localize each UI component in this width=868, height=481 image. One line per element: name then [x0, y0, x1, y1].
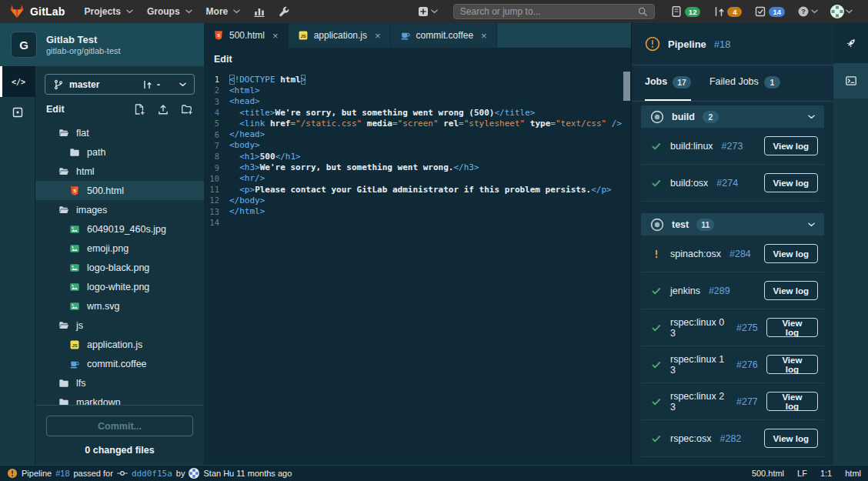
job-id-link[interactable]: #273: [722, 141, 743, 152]
gitlab-logo[interactable]: GitLab: [9, 4, 65, 19]
pipelines-rail-button[interactable]: [833, 23, 868, 63]
coffee-file-icon: [69, 359, 80, 369]
stage-header-build[interactable]: build2: [641, 105, 824, 128]
tab-application-js[interactable]: JSapplication.js×: [289, 23, 391, 48]
code-line-3[interactable]: 3<head>: [204, 96, 631, 107]
code-line-8[interactable]: 8 <h1>500</h1>: [204, 151, 631, 162]
commit-button[interactable]: Commit...: [46, 416, 193, 436]
statusbar-cursor-position[interactable]: 1:1: [820, 469, 832, 478]
code-content: <hr/>: [229, 173, 265, 183]
view-log-button[interactable]: View log: [766, 318, 818, 337]
project-header[interactable]: G Gitlab Test gitlab-org/gitlab-test: [0, 23, 204, 66]
review-mode-button[interactable]: [0, 97, 35, 128]
tab-500-html[interactable]: 5500.html×: [204, 23, 289, 48]
statusbar-file-name[interactable]: 500.html: [752, 469, 784, 478]
code-line-7[interactable]: 7<body>: [204, 140, 631, 151]
tab-failed-jobs[interactable]: Failed Jobs1: [709, 76, 780, 101]
statusbar-line-ending[interactable]: LF: [797, 469, 807, 478]
tab-jobs[interactable]: Jobs17: [645, 76, 691, 101]
new-file-icon[interactable]: [133, 103, 145, 115]
tree-item-application-js[interactable]: JSapplication.js: [35, 335, 204, 354]
tree-item-flat[interactable]: flat: [35, 123, 204, 142]
code-line-6[interactable]: 6</head>: [204, 129, 631, 139]
code-line-11[interactable]: 11 <p>Please contact your GitLab adminis…: [204, 184, 631, 195]
editor-scrollbar[interactable]: [623, 72, 630, 101]
admin-button[interactable]: [272, 0, 296, 23]
job-id-link[interactable]: #274: [716, 178, 738, 189]
tree-item-6049019-460s-jpg[interactable]: 6049019_460s.jpg: [35, 219, 204, 239]
new-folder-icon[interactable]: [181, 103, 193, 115]
nav-menu-projects[interactable]: Projects: [78, 0, 140, 23]
tree-item-markdown[interactable]: markdown: [35, 392, 204, 405]
close-icon[interactable]: ×: [272, 31, 279, 41]
nav-counter-green[interactable]: 12: [664, 0, 707, 23]
job-row-rspec-linux-0-3: rspec:linux 0 3#275View log: [641, 309, 824, 346]
statusbar-commit-sha[interactable]: ddd0f15a: [132, 469, 172, 479]
view-log-button[interactable]: View log: [764, 244, 818, 263]
branch-selector[interactable]: master -: [45, 74, 195, 95]
brand-name: GitLab: [30, 5, 65, 18]
view-log-button[interactable]: View log: [764, 173, 818, 192]
folder-open-icon: [58, 166, 69, 177]
tree-item-logo-black-png[interactable]: logo-black.png: [35, 258, 204, 277]
analytics-button[interactable]: [247, 0, 272, 23]
tree-item-html[interactable]: html: [35, 162, 204, 181]
code-line-2[interactable]: 2<html>: [204, 85, 631, 95]
new-menu-button[interactable]: [411, 0, 444, 23]
code-line-14[interactable]: 14: [204, 217, 631, 228]
pipeline-id-link[interactable]: #18: [714, 38, 731, 50]
job-id-link[interactable]: #277: [736, 396, 758, 407]
tab-commit-coffee[interactable]: commit.coffee×: [391, 23, 497, 48]
tree-item-commit-coffee[interactable]: commit.coffee: [35, 354, 204, 373]
help-menu-button[interactable]: ?: [791, 0, 824, 23]
code-line-12[interactable]: 12</body>: [204, 195, 631, 205]
code-content: </body>: [229, 195, 265, 205]
code-line-5[interactable]: 5 <link href="/static.css" media="screen…: [204, 118, 631, 129]
tree-item-lfs[interactable]: lfs: [35, 373, 204, 392]
line-number: 14: [204, 218, 229, 227]
job-id-link[interactable]: #284: [729, 249, 751, 259]
branch-icon: [53, 79, 64, 90]
search-input[interactable]: Search or jump to...: [453, 4, 655, 19]
code-line-4[interactable]: 4 <title>We're sorry, but something went…: [204, 107, 631, 118]
success-icon: [651, 433, 662, 444]
success-icon: [651, 322, 662, 333]
code-line-1[interactable]: 1<!DOCTYPE html>: [204, 74, 631, 85]
nav-menu-groups[interactable]: Groups: [140, 0, 199, 23]
nav-counter-blue[interactable]: 14: [748, 0, 791, 23]
view-log-button[interactable]: View log: [764, 136, 818, 155]
code-line-10[interactable]: 10 <hr/>: [204, 173, 631, 184]
tree-item-logo-white-png[interactable]: logo-white.png: [35, 277, 204, 296]
stage-header-test[interactable]: test11: [641, 213, 824, 235]
job-id-link[interactable]: #282: [720, 433, 742, 444]
code-line-9[interactable]: 9 <h3>We're sorry, but something went wr…: [204, 162, 631, 172]
tree-item-emoji-png[interactable]: emoji.png: [35, 239, 204, 258]
terminal-rail-button[interactable]: [833, 63, 868, 99]
edit-mode-button[interactable]: </>: [0, 66, 35, 97]
tree-item-500-html[interactable]: 5500.html: [35, 181, 204, 200]
close-icon[interactable]: ×: [375, 31, 381, 41]
nav-menu-more[interactable]: More: [199, 0, 248, 23]
upload-file-icon[interactable]: [157, 103, 169, 115]
view-log-button[interactable]: View log: [764, 281, 818, 300]
job-id-link[interactable]: #275: [736, 322, 758, 333]
view-log-button[interactable]: View log: [766, 355, 818, 374]
statusbar-language[interactable]: html: [845, 469, 861, 478]
view-log-button[interactable]: View log: [766, 392, 818, 411]
code-line-13[interactable]: 13</html>: [204, 206, 631, 217]
tree-item-js[interactable]: js: [35, 316, 204, 335]
statusbar-pipeline-id[interactable]: #18: [55, 469, 69, 478]
folder-icon: [58, 397, 69, 406]
job-id-link[interactable]: #289: [709, 286, 730, 296]
job-id-link[interactable]: #276: [736, 359, 758, 370]
view-log-button[interactable]: View log: [764, 429, 818, 448]
left-rail-rest: [0, 97, 35, 465]
code-editor[interactable]: 1<!DOCTYPE html>2<html>3<head>4 <title>W…: [204, 71, 631, 465]
close-icon[interactable]: ×: [481, 31, 487, 41]
editor-mode-tab[interactable]: Edit: [204, 48, 631, 71]
user-menu-button[interactable]: [824, 0, 859, 23]
tree-item-images[interactable]: images: [35, 200, 204, 219]
tree-item-wm-svg[interactable]: wm.svg: [35, 296, 204, 316]
tree-item-path[interactable]: path: [35, 142, 204, 162]
nav-counter-orange[interactable]: 4: [706, 0, 748, 23]
